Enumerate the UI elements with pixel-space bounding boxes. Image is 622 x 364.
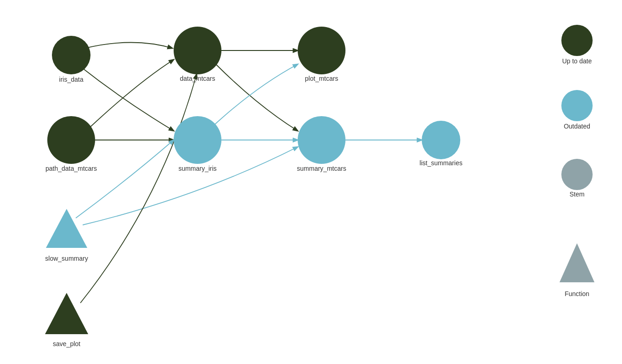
label-summary-iris: summary_iris	[178, 165, 216, 172]
edge-iris-summary-iris	[80, 67, 174, 131]
legend-stem-label: Stem	[570, 190, 585, 198]
legend-function-icon	[560, 243, 594, 282]
legend-outdated-icon	[561, 90, 593, 121]
legend-function-label: Function	[565, 290, 589, 297]
node-summary-iris[interactable]	[174, 116, 221, 164]
label-path-data-mtcars: path_data_mtcars	[45, 165, 97, 172]
node-data-mtcars[interactable]	[174, 27, 221, 74]
node-save-plot[interactable]	[45, 293, 88, 334]
node-slow-summary[interactable]	[46, 209, 87, 248]
node-iris-data[interactable]	[52, 36, 90, 74]
legend-uptodate-icon	[561, 25, 593, 56]
label-save-plot: save_plot	[53, 340, 80, 347]
label-summary-mtcars: summary_mtcars	[297, 165, 346, 172]
edge-datamtcars-summarymtcars	[216, 64, 298, 131]
node-plot-mtcars[interactable]	[298, 27, 345, 74]
edge-iris-data-mtcars	[85, 43, 172, 49]
dependency-graph: iris_data path_data_mtcars data_mtcars s…	[0, 0, 622, 364]
edge-summaryiris-plotmtcars	[211, 64, 298, 128]
label-list-summaries: list_summaries	[419, 159, 462, 167]
node-list-summaries[interactable]	[422, 121, 460, 159]
label-data-mtcars: data_mtcars	[180, 75, 215, 82]
label-plot-mtcars: plot_mtcars	[305, 75, 338, 82]
legend-uptodate-label: Up to date	[562, 57, 592, 65]
label-iris-data: iris_data	[59, 76, 84, 83]
legend-stem-icon	[561, 159, 593, 190]
node-summary-mtcars[interactable]	[298, 116, 345, 164]
legend-outdated-label: Outdated	[564, 123, 590, 130]
edge-path-data-mtcars	[90, 60, 174, 128]
label-slow-summary: slow_summary	[45, 255, 88, 262]
node-path-data-mtcars[interactable]	[47, 116, 95, 164]
